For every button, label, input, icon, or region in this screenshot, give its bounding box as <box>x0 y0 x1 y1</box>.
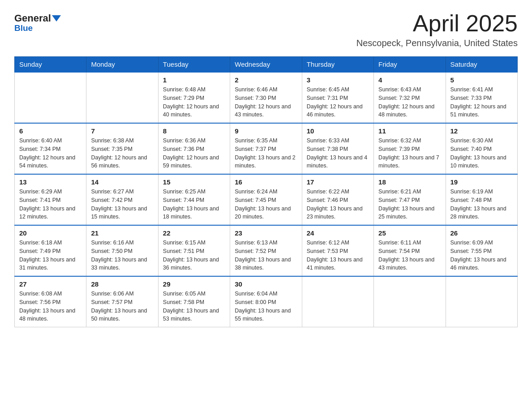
calendar-cell: 29Sunrise: 6:05 AMSunset: 7:58 PMDayligh… <box>158 276 230 327</box>
day-info: Sunrise: 6:32 AMSunset: 7:39 PMDaylight:… <box>378 137 441 170</box>
day-info: Sunrise: 6:06 AMSunset: 7:57 PMDaylight:… <box>91 290 153 323</box>
weekday-header-saturday: Saturday <box>446 57 517 73</box>
calendar-cell: 24Sunrise: 6:12 AMSunset: 7:53 PMDayligh… <box>302 225 373 276</box>
calendar-cell <box>86 72 158 123</box>
day-info: Sunrise: 6:18 AMSunset: 7:49 PMDaylight:… <box>19 239 82 272</box>
day-info: Sunrise: 6:09 AMSunset: 7:55 PMDaylight:… <box>450 239 513 272</box>
day-number: 16 <box>235 178 297 186</box>
day-info: Sunrise: 6:16 AMSunset: 7:50 PMDaylight:… <box>91 239 153 272</box>
day-info: Sunrise: 6:41 AMSunset: 7:33 PMDaylight:… <box>450 86 513 119</box>
calendar-cell: 16Sunrise: 6:24 AMSunset: 7:45 PMDayligh… <box>230 174 302 225</box>
calendar-cell: 3Sunrise: 6:45 AMSunset: 7:31 PMDaylight… <box>302 72 373 123</box>
calendar-cell: 18Sunrise: 6:21 AMSunset: 7:47 PMDayligh… <box>374 174 446 225</box>
calendar-cell: 7Sunrise: 6:38 AMSunset: 7:35 PMDaylight… <box>86 123 158 174</box>
day-number: 24 <box>307 229 369 237</box>
weekday-header-wednesday: Wednesday <box>230 57 302 73</box>
weekday-header-thursday: Thursday <box>302 57 373 73</box>
day-number: 3 <box>307 76 369 84</box>
calendar-cell <box>15 72 86 123</box>
day-info: Sunrise: 6:48 AMSunset: 7:29 PMDaylight:… <box>163 86 225 119</box>
day-info: Sunrise: 6:43 AMSunset: 7:32 PMDaylight:… <box>378 86 441 119</box>
logo: General Blue <box>14 11 61 33</box>
calendar-cell: 4Sunrise: 6:43 AMSunset: 7:32 PMDaylight… <box>374 72 446 123</box>
calendar-cell: 30Sunrise: 6:04 AMSunset: 8:00 PMDayligh… <box>230 276 302 327</box>
calendar-cell: 19Sunrise: 6:19 AMSunset: 7:48 PMDayligh… <box>446 174 517 225</box>
calendar-cell <box>302 276 373 327</box>
day-info: Sunrise: 6:21 AMSunset: 7:47 PMDaylight:… <box>378 188 441 221</box>
week-row-3: 13Sunrise: 6:29 AMSunset: 7:41 PMDayligh… <box>15 174 518 225</box>
day-number: 12 <box>450 127 513 135</box>
day-info: Sunrise: 6:12 AMSunset: 7:53 PMDaylight:… <box>307 239 369 272</box>
day-info: Sunrise: 6:29 AMSunset: 7:41 PMDaylight:… <box>19 188 82 221</box>
day-info: Sunrise: 6:08 AMSunset: 7:56 PMDaylight:… <box>19 290 82 323</box>
day-info: Sunrise: 6:04 AMSunset: 8:00 PMDaylight:… <box>235 290 297 323</box>
day-info: Sunrise: 6:45 AMSunset: 7:31 PMDaylight:… <box>307 86 369 119</box>
weekday-header-monday: Monday <box>86 57 158 73</box>
day-info: Sunrise: 6:27 AMSunset: 7:42 PMDaylight:… <box>91 188 153 221</box>
calendar-cell: 21Sunrise: 6:16 AMSunset: 7:50 PMDayligh… <box>86 225 158 276</box>
title-area: April 2025 Nescopeck, Pennsylvania, Unit… <box>356 11 518 48</box>
logo-arrow-icon <box>52 15 61 21</box>
calendar-cell: 15Sunrise: 6:25 AMSunset: 7:44 PMDayligh… <box>158 174 230 225</box>
day-number: 7 <box>91 127 153 135</box>
day-number: 26 <box>450 229 513 237</box>
week-row-2: 6Sunrise: 6:40 AMSunset: 7:34 PMDaylight… <box>15 123 518 174</box>
week-row-4: 20Sunrise: 6:18 AMSunset: 7:49 PMDayligh… <box>15 225 518 276</box>
calendar-cell: 23Sunrise: 6:13 AMSunset: 7:52 PMDayligh… <box>230 225 302 276</box>
day-number: 2 <box>235 76 297 84</box>
logo-text: General <box>14 13 61 24</box>
calendar-cell: 5Sunrise: 6:41 AMSunset: 7:33 PMDaylight… <box>446 72 517 123</box>
location-subtitle: Nescopeck, Pennsylvania, United States <box>356 38 518 48</box>
logo-blue: Blue <box>14 23 33 33</box>
day-number: 8 <box>163 127 225 135</box>
day-info: Sunrise: 6:33 AMSunset: 7:38 PMDaylight:… <box>307 137 369 170</box>
day-number: 25 <box>378 229 441 237</box>
day-info: Sunrise: 6:15 AMSunset: 7:51 PMDaylight:… <box>163 239 225 272</box>
day-number: 27 <box>19 280 82 288</box>
calendar-cell: 9Sunrise: 6:35 AMSunset: 7:37 PMDaylight… <box>230 123 302 174</box>
day-info: Sunrise: 6:11 AMSunset: 7:54 PMDaylight:… <box>378 239 441 272</box>
calendar-cell: 11Sunrise: 6:32 AMSunset: 7:39 PMDayligh… <box>374 123 446 174</box>
calendar-cell: 1Sunrise: 6:48 AMSunset: 7:29 PMDaylight… <box>158 72 230 123</box>
day-info: Sunrise: 6:22 AMSunset: 7:46 PMDaylight:… <box>307 188 369 221</box>
day-number: 21 <box>91 229 153 237</box>
month-year-title: April 2025 <box>356 11 518 36</box>
weekday-header-friday: Friday <box>374 57 446 73</box>
day-number: 22 <box>163 229 225 237</box>
day-number: 30 <box>235 280 297 288</box>
calendar-table: SundayMondayTuesdayWednesdayThursdayFrid… <box>14 56 518 327</box>
calendar-cell: 6Sunrise: 6:40 AMSunset: 7:34 PMDaylight… <box>15 123 86 174</box>
day-number: 19 <box>450 178 513 186</box>
day-number: 5 <box>450 76 513 84</box>
day-number: 11 <box>378 127 441 135</box>
calendar-cell: 25Sunrise: 6:11 AMSunset: 7:54 PMDayligh… <box>374 225 446 276</box>
day-info: Sunrise: 6:13 AMSunset: 7:52 PMDaylight:… <box>235 239 297 272</box>
calendar-cell: 20Sunrise: 6:18 AMSunset: 7:49 PMDayligh… <box>15 225 86 276</box>
day-info: Sunrise: 6:35 AMSunset: 7:37 PMDaylight:… <box>235 137 297 170</box>
calendar-cell: 17Sunrise: 6:22 AMSunset: 7:46 PMDayligh… <box>302 174 373 225</box>
day-number: 1 <box>163 76 225 84</box>
calendar-cell: 27Sunrise: 6:08 AMSunset: 7:56 PMDayligh… <box>15 276 86 327</box>
day-info: Sunrise: 6:38 AMSunset: 7:35 PMDaylight:… <box>91 137 153 170</box>
day-info: Sunrise: 6:46 AMSunset: 7:30 PMDaylight:… <box>235 86 297 119</box>
day-number: 28 <box>91 280 153 288</box>
day-info: Sunrise: 6:36 AMSunset: 7:36 PMDaylight:… <box>163 137 225 170</box>
weekday-header-row: SundayMondayTuesdayWednesdayThursdayFrid… <box>15 57 518 73</box>
calendar-cell <box>374 276 446 327</box>
calendar-cell: 12Sunrise: 6:30 AMSunset: 7:40 PMDayligh… <box>446 123 517 174</box>
day-number: 10 <box>307 127 369 135</box>
day-number: 18 <box>378 178 441 186</box>
day-info: Sunrise: 6:30 AMSunset: 7:40 PMDaylight:… <box>450 137 513 170</box>
calendar-cell: 22Sunrise: 6:15 AMSunset: 7:51 PMDayligh… <box>158 225 230 276</box>
logo-general: General <box>14 13 51 24</box>
day-info: Sunrise: 6:25 AMSunset: 7:44 PMDaylight:… <box>163 188 225 221</box>
day-number: 29 <box>163 280 225 288</box>
day-number: 14 <box>91 178 153 186</box>
day-number: 15 <box>163 178 225 186</box>
calendar-cell: 2Sunrise: 6:46 AMSunset: 7:30 PMDaylight… <box>230 72 302 123</box>
weekday-header-sunday: Sunday <box>15 57 86 73</box>
week-row-1: 1Sunrise: 6:48 AMSunset: 7:29 PMDaylight… <box>15 72 518 123</box>
calendar-cell: 10Sunrise: 6:33 AMSunset: 7:38 PMDayligh… <box>302 123 373 174</box>
calendar-cell <box>446 276 517 327</box>
day-info: Sunrise: 6:24 AMSunset: 7:45 PMDaylight:… <box>235 188 297 221</box>
